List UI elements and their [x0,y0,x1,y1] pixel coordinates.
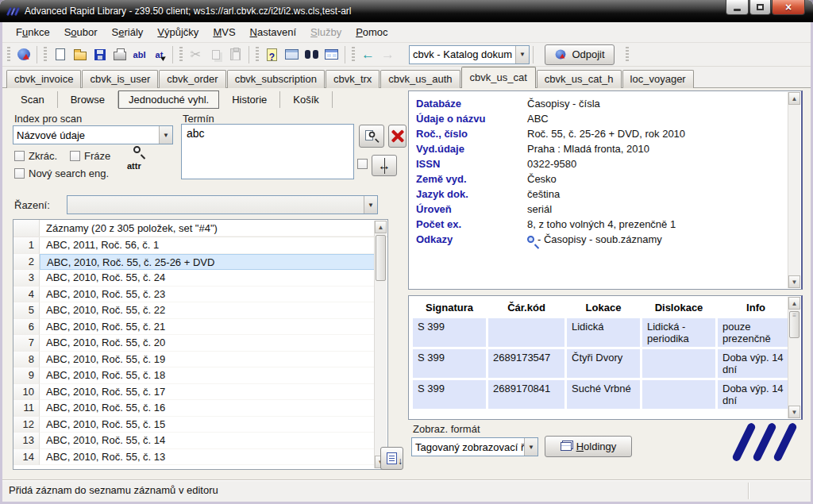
result-row[interactable]: 8ABC, 2010, Roč. 55, č. 19 [13,352,374,368]
tab-cbvk-us-cat-h[interactable]: cbvk_us_cat_h [537,70,622,88]
scroll-up-icon[interactable]: ▲ [788,92,800,105]
chevron-down-icon[interactable]: ▼ [524,438,538,456]
result-row[interactable]: 12ABC, 2010, Roč. 55, č. 15 [13,417,374,433]
result-row[interactable]: 13ABC, 2010, Roč. 55, č. 14 [13,433,374,449]
result-row[interactable]: 1ABC, 2011, Roč. 56, č. 1 [13,237,374,254]
tab-cbvk-us-cat[interactable]: cbvk_us_cat [461,67,536,88]
result-row[interactable]: 5ABC, 2010, Roč. 55, č. 22 [13,302,374,319]
window-layout-button[interactable] [322,45,341,64]
result-row-text: ABC, 2010, Roč. 55, č. 17 [40,384,374,401]
tab-loc-voyager[interactable]: loc_voyager [622,70,694,88]
checkbox-fraze-label: Fráze [84,150,110,162]
checkbox-fraze[interactable]: Fráze [70,150,110,162]
holdings-button[interactable]: Holdingy [545,436,632,457]
add-to-editor-button[interactable] [380,447,403,470]
search-button[interactable] [359,125,384,148]
scroll-down-icon[interactable]: ▼ [788,275,800,288]
disconnect-button[interactable]: Odpojit [545,44,615,65]
detail-field: Roč., čísloRoč. 55, č. 25-26 + DVD, rok … [409,126,787,141]
subtab-jednoduche-vyhl[interactable]: Jednoduché vyhl. [118,90,219,109]
database-select[interactable]: cbvk - Katalog dokum ▼ [409,45,530,64]
titlebar[interactable]: Advanced Rapid Library - z39.50 client; … [0,0,813,22]
close-button[interactable]: × [772,0,805,15]
result-row[interactable]: 9ABC, 2010, Roč. 55, č. 18 [13,367,374,384]
checkbox-zkrac[interactable]: Zkrác. [14,150,57,162]
form-grid-button[interactable] [282,45,302,64]
results-scrollbar[interactable]: ▲ ▼ [374,221,387,468]
scroll-down-icon[interactable]: ▼ [788,406,800,418]
term-option-checkbox[interactable] [357,159,368,169]
tab-cbvk-is-user[interactable]: cbvk_is_user [82,70,158,88]
subtab-browse[interactable]: Browse [58,91,118,108]
open-folder-icon [74,52,87,60]
menubar: FunkceSouborSeriályVýpůjčkyMVSNastaveníS… [2,22,811,43]
detail-link-value[interactable]: - Časopisy - soub.záznamy [527,233,787,245]
result-row[interactable]: 2ABC, 2010, Roč. 55, č. 25-26 + DVD [13,254,374,271]
result-row[interactable]: 6ABC, 2010, Roč. 55, č. 21 [13,319,374,336]
menu-item-serialy[interactable]: Seriály [105,24,151,40]
binoculars-button[interactable] [302,45,322,64]
result-row-number: 14 [13,449,40,466]
expand-button[interactable]: ↔ [372,155,397,176]
save-button[interactable] [90,45,110,64]
menu-item-mvs[interactable]: MVS [206,24,242,40]
tab-cbvk-subscription[interactable]: cbvk_subscription [227,70,325,88]
result-row[interactable]: 7ABC, 2010, Roč. 55, č. 20 [13,335,374,352]
menu-item-vypujcky[interactable]: Výpůjčky [150,24,206,40]
open-folder-button[interactable] [70,45,90,64]
checkbox-novy-search[interactable]: Nový search eng. [14,167,109,179]
holdings-row[interactable]: S 3992689170841Suché VrbnéDoba výp. 14 d… [413,380,794,409]
result-row[interactable]: 10ABC, 2010, Roč. 55, č. 17 [13,384,374,401]
result-row-text: ABC, 2011, Roč. 56, č. 1 [40,237,374,254]
scrollbar-thumb[interactable]: ≡ [789,311,800,338]
attr-button[interactable]: attr [127,146,156,173]
holdings-row[interactable]: S 3992689173547Čtyři DvoryDoba výp. 14 d… [413,349,794,378]
subtab-historie[interactable]: Historie [219,91,280,108]
menu-item-pomoc[interactable]: Pomoc [349,24,395,40]
term-input[interactable]: abc [181,124,354,179]
sort-select[interactable]: ▼ [67,195,378,214]
index-scan-select[interactable]: Názvové údaje ▼ [13,125,173,144]
result-row[interactable]: 11ABC, 2010, Roč. 55, č. 16 [13,400,374,417]
scroll-up-icon[interactable]: ▲ [375,221,387,233]
scrollbar-thumb[interactable] [376,235,386,281]
result-row[interactable]: 4ABC, 2010, Roč. 55, č. 23 [13,287,374,303]
toolbar: abIat cbvk - Katalog dokum ▼ Odpojit [2,43,811,67]
tab-cbvk-invoice[interactable]: cbvk_invoice [6,70,81,88]
menu-item-funkce[interactable]: Funkce [9,24,57,40]
chevron-down-icon[interactable]: ▼ [515,46,529,63]
detail-scrollbar[interactable]: ▲ ▼ [788,92,800,288]
result-row-number: 9 [13,367,40,384]
term-label: Termín [183,113,214,125]
connect-button[interactable] [13,45,33,64]
result-row[interactable]: 3ABC, 2010, Roč. 55, č. 24 [13,270,374,287]
scroll-up-icon[interactable]: ▲ [788,297,800,310]
tab-cbvk-us-auth[interactable]: cbvk_us_auth [380,70,460,88]
at-pointer-button[interactable]: at [149,45,169,64]
detail-field: ISSN0322-9580 [409,156,787,171]
print-icon [114,52,126,60]
tab-cbvk-trx[interactable]: cbvk_trx [326,70,380,88]
back-button[interactable] [358,45,378,64]
holdings-scrollbar[interactable]: ▲ ≡ ▼ [788,297,800,418]
chevron-down-icon[interactable]: ▼ [364,196,377,214]
holdings-panel: SignaturaČár.kódLokaceDislokaceInfoS 399… [408,295,803,420]
chevron-down-icon[interactable]: ▼ [159,126,172,144]
add-record-icon [387,452,397,464]
holdings-row[interactable]: S 399LidickáLidická - periodikapouze pre… [413,318,794,347]
subtab-kosik[interactable]: Košík [280,91,333,108]
clear-button[interactable] [388,125,406,148]
subtab-scan[interactable]: Scan [8,91,58,108]
menu-item-nastaveni[interactable]: Nastavení [243,24,304,40]
new-document-button[interactable] [50,45,70,64]
menu-item-soubor[interactable]: Soubor [57,24,105,40]
maximize-button[interactable] [749,0,771,15]
detail-field-value: Roč. 55, č. 25-26 + DVD, rok 2010 [527,128,787,140]
display-format-select[interactable]: Tagovaný zobrazovací ř ▼ [411,437,538,456]
ab-text-button[interactable]: abI [129,45,149,64]
result-row[interactable]: 14ABC, 2010, Roč. 55, č. 13 [13,449,374,466]
help-button[interactable] [262,45,282,64]
minimize-button[interactable] [726,0,749,15]
print-button[interactable] [110,45,129,64]
tab-cbvk-order[interactable]: cbvk_order [159,70,225,88]
